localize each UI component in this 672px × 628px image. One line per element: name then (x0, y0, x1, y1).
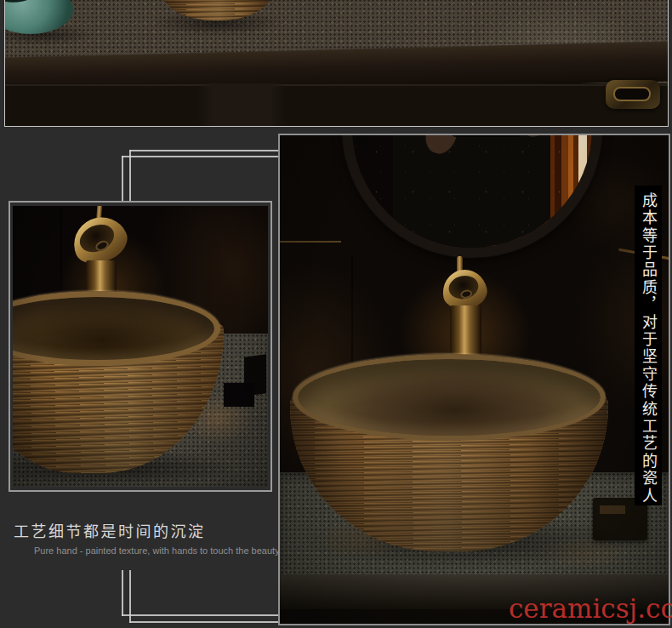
photo-vignette (13, 206, 268, 487)
photo-vignette (280, 135, 669, 624)
drawer-handle-recess (613, 87, 651, 101)
drawer-handle (606, 80, 660, 109)
cabinet-front (4, 83, 669, 127)
decor-frame-line (122, 156, 281, 157)
decor-frame-line (129, 621, 281, 623)
caption-title: 工艺细节都是时间的沉淀 (14, 519, 206, 541)
left-basin-photo (13, 206, 268, 487)
vertical-quote-text: 成本等于品质，对于坚守传统工艺的瓷人 (635, 186, 662, 505)
cabinet-top-lip (4, 84, 669, 86)
decor-frame-line (129, 150, 131, 203)
teal-pot-opening (4, 0, 44, 6)
decor-frame-line (122, 570, 123, 616)
vertical-quote-strip: 成本等于品质，对于坚守传统工艺的瓷人 (635, 186, 662, 505)
top-counter-photo (4, 0, 669, 127)
decor-frame-line (122, 614, 281, 616)
right-scene-photo (280, 135, 669, 624)
cabinet-stile (197, 83, 286, 127)
product-detail-page: 成本等于品质，对于坚守传统工艺的瓷人 工艺细节都是时间的沉淀 Pure hand… (0, 0, 672, 628)
decor-frame-line (122, 156, 123, 203)
decor-frame-line (129, 150, 281, 151)
caption-subtitle: Pure hand - painted texture, with hands … (34, 545, 280, 556)
site-watermark: ceramicsj.com (509, 596, 672, 622)
